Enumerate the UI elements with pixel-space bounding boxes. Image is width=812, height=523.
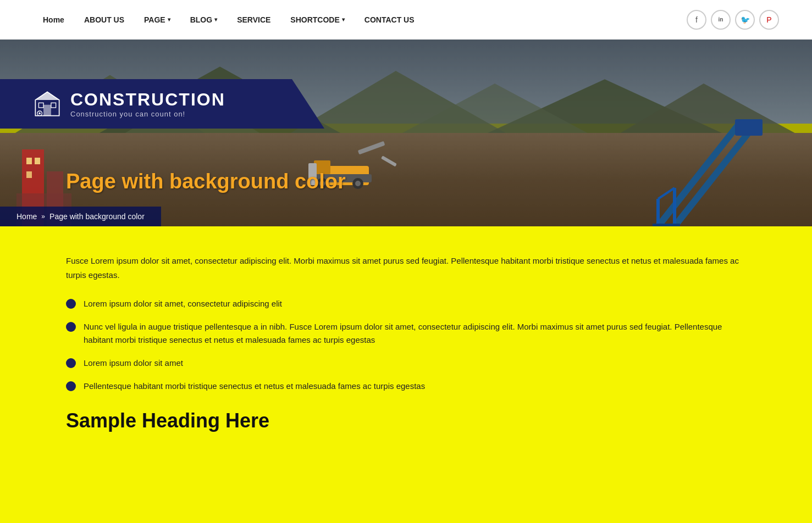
nav-item-blog[interactable]: BLOG ▾ xyxy=(180,0,227,40)
breadcrumb-current: Page with background color xyxy=(49,212,145,221)
svg-rect-33 xyxy=(38,103,43,108)
breadcrumb-home[interactable]: Home xyxy=(16,212,37,221)
svg-line-21 xyxy=(658,188,675,199)
svg-line-18 xyxy=(675,122,757,226)
linkedin-icon-button[interactable]: in xyxy=(711,10,731,30)
bullet-dot-icon xyxy=(66,358,76,368)
header-social: f in 🐦 P xyxy=(687,10,779,30)
page-wrapper: HomeABOUT USPAGE ▾BLOG ▾SERVICESHORTCODE… xyxy=(0,0,812,523)
svg-point-13 xyxy=(355,181,361,186)
list-item-text: Nunc vel ligula in augue tristique pelle… xyxy=(84,320,746,347)
list-item: Pellentesque habitant morbi tristique se… xyxy=(66,380,746,393)
nav-item-contact-us[interactable]: CONTACT US xyxy=(355,0,424,40)
pinterest-icon-button[interactable]: P xyxy=(759,10,779,30)
bullet-dot-icon xyxy=(66,322,76,332)
logo-subtitle: Construction you can count on! xyxy=(70,110,225,118)
main-nav: HomeABOUT USPAGE ▾BLOG ▾SERVICESHORTCODE… xyxy=(33,0,424,40)
list-item-text: Pellentesque habitant morbi tristique se… xyxy=(84,380,425,393)
twitter-icon: 🐦 xyxy=(741,15,750,24)
content-area: Fusce Lorem ipsum dolor sit amet, consec… xyxy=(0,226,812,465)
list-item: Lorem ipsum dolor sit amet xyxy=(66,357,746,370)
svg-point-36 xyxy=(38,113,40,114)
logo-icon xyxy=(33,90,62,118)
breadcrumb-separator: » xyxy=(41,213,45,220)
hero-section: CONSTRUCTION Construction you can count … xyxy=(0,40,812,226)
nav-item-shortcode[interactable]: SHORTCODE ▾ xyxy=(280,0,354,40)
nav-item-home[interactable]: Home xyxy=(33,0,74,40)
bullet-dot-icon xyxy=(66,299,76,309)
nav-item-about-us[interactable]: ABOUT US xyxy=(74,0,134,40)
facebook-icon-button[interactable]: f xyxy=(687,10,706,30)
bullet-dot-icon xyxy=(66,381,76,391)
list-item-text: Lorem ipsum dolor sit amet, consectetur … xyxy=(84,297,282,310)
svg-rect-23 xyxy=(735,119,763,136)
pinterest-icon: P xyxy=(766,15,771,24)
list-item: Lorem ipsum dolor sit amet, consectetur … xyxy=(66,297,746,310)
logo-title: CONSTRUCTION xyxy=(70,90,225,110)
svg-rect-22 xyxy=(653,224,680,226)
bullet-list: Lorem ipsum dolor sit amet, consectetur … xyxy=(66,297,746,393)
svg-rect-29 xyxy=(26,171,32,178)
dropdown-arrow-icon: ▾ xyxy=(342,16,345,23)
svg-rect-34 xyxy=(51,103,56,108)
breadcrumb: Home » Page with background color xyxy=(0,207,161,226)
hero-page-title: Page with background color xyxy=(66,170,346,193)
svg-rect-28 xyxy=(35,158,40,164)
list-item: Nunc vel ligula in augue tristique pelle… xyxy=(66,320,746,347)
conveyor-svg xyxy=(631,116,796,226)
svg-rect-16 xyxy=(381,155,396,166)
list-item-text: Lorem ipsum dolor sit amet xyxy=(84,357,183,370)
svg-line-17 xyxy=(658,122,741,226)
dropdown-arrow-icon: ▾ xyxy=(214,16,217,23)
logo-text: CONSTRUCTION Construction you can count … xyxy=(70,90,225,118)
logo-banner: CONSTRUCTION Construction you can count … xyxy=(0,79,324,129)
svg-rect-27 xyxy=(26,158,32,164)
intro-text: Fusce Lorem ipsum dolor sit amet, consec… xyxy=(66,254,746,282)
dropdown-arrow-icon: ▾ xyxy=(168,16,170,23)
svg-rect-15 xyxy=(358,141,385,155)
facebook-icon: f xyxy=(695,15,698,24)
twitter-icon-button[interactable]: 🐦 xyxy=(735,10,755,30)
hero-background xyxy=(0,40,812,226)
svg-marker-31 xyxy=(35,92,59,100)
header: HomeABOUT USPAGE ▾BLOG ▾SERVICESHORTCODE… xyxy=(0,0,812,40)
sample-heading: Sample Heading Here xyxy=(66,409,746,432)
nav-item-service[interactable]: SERVICE xyxy=(227,0,280,40)
svg-rect-32 xyxy=(43,105,51,116)
linkedin-icon: in xyxy=(719,16,723,23)
nav-item-page[interactable]: PAGE ▾ xyxy=(134,0,180,40)
